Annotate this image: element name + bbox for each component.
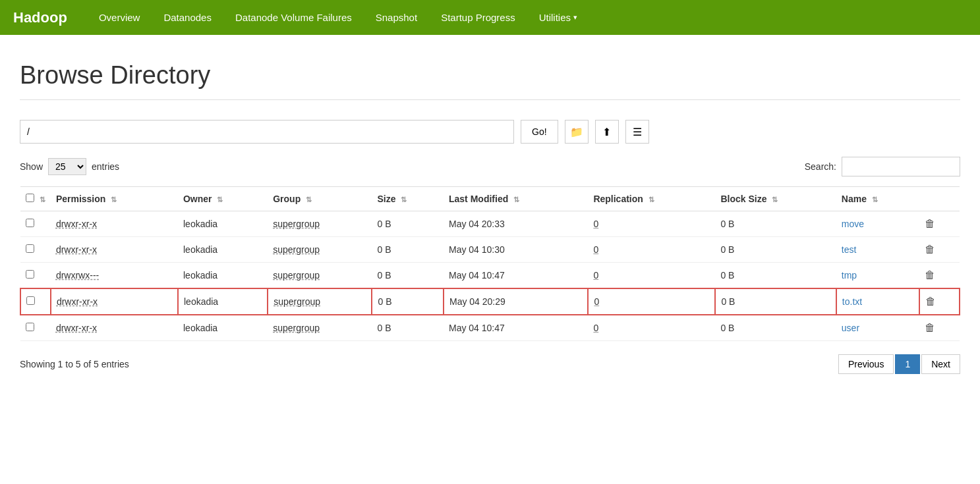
upload-button[interactable]: ⬆ <box>595 120 619 144</box>
cell-checkbox-1 <box>20 237 51 263</box>
delete-icon-0[interactable]: 🗑 <box>925 218 935 229</box>
sort-icon-last-modified[interactable]: ⇅ <box>513 196 519 203</box>
controls-row: Show 10 25 50 100 entries Search: <box>20 157 960 176</box>
replication-link-3[interactable]: 0 <box>594 296 599 307</box>
cell-replication-4: 0 <box>588 315 715 341</box>
sort-icon-owner[interactable]: ⇅ <box>217 196 223 203</box>
replication-link-2[interactable]: 0 <box>593 270 598 281</box>
row-checkbox-1[interactable] <box>26 244 34 253</box>
table-row: drwxrwx--- leokadia supergroup 0 B May 0… <box>20 263 960 289</box>
show-label: Show <box>20 161 43 172</box>
row-checkbox-3[interactable] <box>26 296 35 305</box>
group-link-1[interactable]: supergroup <box>273 244 320 255</box>
search-label: Search: <box>805 161 836 172</box>
group-link-3[interactable]: supergroup <box>274 296 320 307</box>
cell-delete-0: 🗑 <box>919 211 960 237</box>
show-entries: Show 10 25 50 100 entries <box>20 158 119 175</box>
sort-icon-size[interactable]: ⇅ <box>401 196 407 203</box>
cell-group-1: supergroup <box>268 237 372 263</box>
group-link-2[interactable]: supergroup <box>273 270 320 281</box>
go-button[interactable]: Go! <box>521 120 558 144</box>
entries-select[interactable]: 10 25 50 100 <box>48 158 86 175</box>
cell-checkbox-3 <box>20 288 51 315</box>
delete-icon-4[interactable]: 🗑 <box>925 322 935 333</box>
permission-link-0[interactable]: drwxr-xr-x <box>56 219 97 229</box>
folder-icon: 📁 <box>570 126 583 138</box>
sort-icon-name[interactable]: ⇅ <box>872 196 878 203</box>
row-checkbox-2[interactable] <box>26 270 34 279</box>
row-checkbox-4[interactable] <box>26 323 34 331</box>
cell-group-3: supergroup <box>268 288 372 315</box>
cell-name-0: move <box>836 211 920 237</box>
sort-icon-group[interactable]: ⇅ <box>306 196 312 203</box>
folder-button[interactable]: 📁 <box>565 120 589 144</box>
path-input[interactable] <box>20 120 514 144</box>
file-link-2[interactable]: tmp <box>842 270 857 281</box>
table-row: drwxr-xr-x leokadia supergroup 0 B May 0… <box>20 211 960 237</box>
replication-link-4[interactable]: 0 <box>593 323 598 333</box>
th-actions <box>919 187 960 211</box>
search-box: Search: <box>805 157 960 176</box>
cell-delete-3: 🗑 <box>919 288 960 315</box>
table-row: drwxr-xr-x leokadia supergroup 0 B May 0… <box>20 315 960 341</box>
upload-icon: ⬆ <box>602 126 611 138</box>
cell-owner-4: leokadia <box>178 315 268 341</box>
cell-checkbox-0 <box>20 211 51 237</box>
table-row: drwxr-xr-x leokadia supergroup 0 B May 0… <box>20 237 960 263</box>
file-link-3[interactable]: to.txt <box>842 296 862 307</box>
replication-link-1[interactable]: 0 <box>593 244 598 255</box>
nav-startup-progress[interactable]: Startup Progress <box>429 0 527 35</box>
cell-permission-2: drwxrwx--- <box>51 263 178 289</box>
select-all-checkbox[interactable] <box>26 194 34 202</box>
permission-link-3[interactable]: drwxr-xr-x <box>57 296 98 307</box>
showing-info: Showing 1 to 5 of 5 entries <box>20 359 129 369</box>
file-link-1[interactable]: test <box>842 244 857 255</box>
group-link-4[interactable]: supergroup <box>273 323 320 333</box>
navbar: Hadoop Overview Datanodes Datanode Volum… <box>0 0 980 35</box>
page-1-button[interactable]: 1 <box>895 354 920 374</box>
cell-delete-2: 🗑 <box>919 263 960 289</box>
sort-icon-replication[interactable]: ⇅ <box>649 196 654 203</box>
cell-group-2: supergroup <box>268 263 372 289</box>
delete-icon-3[interactable]: 🗑 <box>925 296 936 307</box>
th-last-modified: Last Modified ⇅ <box>444 187 588 211</box>
navbar-brand[interactable]: Hadoop <box>13 9 67 26</box>
delete-icon-2[interactable]: 🗑 <box>925 269 935 281</box>
cell-delete-4: 🗑 <box>919 315 960 341</box>
row-checkbox-0[interactable] <box>26 219 34 227</box>
th-permission: Permission ⇅ <box>51 187 178 211</box>
nav-overview[interactable]: Overview <box>87 0 152 35</box>
replication-link-0[interactable]: 0 <box>593 219 598 229</box>
th-block-size: Block Size ⇅ <box>715 187 836 211</box>
search-input[interactable] <box>842 157 960 176</box>
th-owner: Owner ⇅ <box>178 187 268 211</box>
file-link-4[interactable]: user <box>842 323 859 333</box>
nav-datanode-volume-failures[interactable]: Datanode Volume Failures <box>223 0 364 35</box>
cell-permission-4: drwxr-xr-x <box>51 315 178 341</box>
cell-last-modified-4: May 04 10:47 <box>444 315 588 341</box>
sort-icon-checkbox: ⇅ <box>40 196 45 203</box>
sort-icon-block-size[interactable]: ⇅ <box>772 196 778 203</box>
nav-utilities[interactable]: Utilities▾ <box>527 0 589 35</box>
cell-owner-0: leokadia <box>178 211 268 237</box>
delete-icon-1[interactable]: 🗑 <box>925 244 935 255</box>
sort-icon-permission[interactable]: ⇅ <box>111 196 117 203</box>
group-link-0[interactable]: supergroup <box>273 219 320 229</box>
cell-group-4: supergroup <box>268 315 372 341</box>
cell-size-1: 0 B <box>372 237 444 263</box>
cell-block-size-0: 0 B <box>715 211 836 237</box>
cell-name-4: user <box>836 315 920 341</box>
file-link-0[interactable]: move <box>842 219 864 229</box>
permission-link-2[interactable]: drwxrwx--- <box>56 270 99 281</box>
nav-snapshot[interactable]: Snapshot <box>364 0 429 35</box>
cell-checkbox-2 <box>20 263 51 289</box>
previous-button[interactable]: Previous <box>838 354 894 374</box>
nav-datanodes[interactable]: Datanodes <box>152 0 223 35</box>
permission-link-1[interactable]: drwxr-xr-x <box>56 244 97 255</box>
cell-last-modified-2: May 04 10:47 <box>444 263 588 289</box>
list-button[interactable]: ☰ <box>625 120 649 144</box>
next-button[interactable]: Next <box>921 354 960 374</box>
permission-link-4[interactable]: drwxr-xr-x <box>56 323 97 333</box>
cell-size-3: 0 B <box>372 288 444 315</box>
table-row: drwxr-xr-x leokadia supergroup 0 B May 0… <box>20 288 960 315</box>
